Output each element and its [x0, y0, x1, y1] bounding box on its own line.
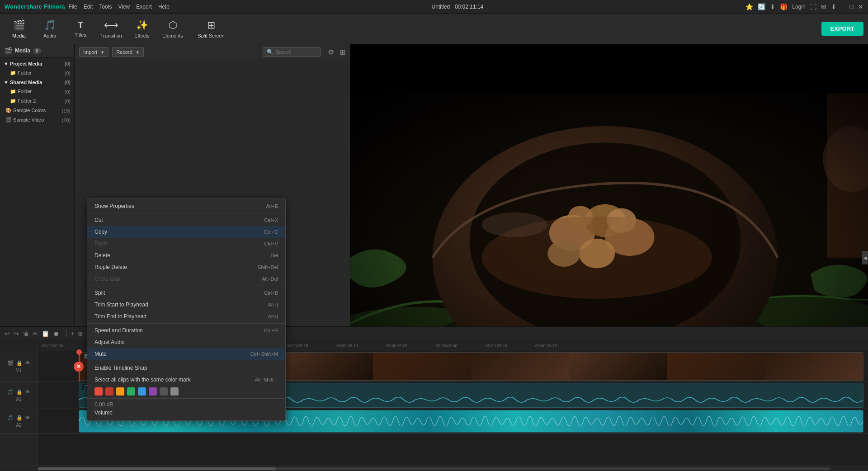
video-track-icons: 🎬 🔒 👁	[7, 360, 30, 366]
title-bar: Wondershare Filmora File Edit Tools View…	[0, 0, 868, 14]
menu-help[interactable]: Help	[158, 4, 170, 10]
toolbar-audio-label: Audio	[43, 33, 56, 38]
title-bar-left: Wondershare Filmora File Edit Tools View…	[5, 3, 170, 10]
main-layout: 🎬 Media 0 ▼ Project Media (0) 📁 Folder (…	[0, 44, 868, 471]
color-orange[interactable]	[116, 387, 124, 396]
toolbar-audio[interactable]: 🎵 Audio	[35, 15, 64, 42]
icon-sync: 🔄	[758, 3, 765, 10]
record-tl-button[interactable]: ⏺	[53, 330, 59, 337]
ctx-close-gap[interactable]: Close Gap Alt+Del	[87, 273, 285, 285]
login-button[interactable]: Login	[792, 4, 805, 10]
tree-shared-media[interactable]: ▼ Shared Media (0)	[0, 78, 74, 87]
toolbar-split-screen-label: Split Screen	[198, 33, 224, 38]
toolbar-titles[interactable]: T Titles	[66, 15, 95, 42]
playhead-marker[interactable]: ✕	[74, 362, 84, 372]
ctx-show-properties[interactable]: Show Properties Alt+E	[87, 200, 285, 212]
track-eye-icon[interactable]: 👁	[25, 360, 30, 366]
color-blue[interactable]	[138, 387, 146, 396]
ctx-delete[interactable]: Delete Del	[87, 250, 285, 261]
undo-button[interactable]: ↩	[5, 330, 10, 337]
icon-fullscreen[interactable]: ⛶	[810, 3, 816, 10]
filter-icon[interactable]: ⚙	[328, 48, 334, 57]
color-gray[interactable]	[170, 387, 179, 396]
icon-star: ⭐	[745, 3, 753, 10]
import-dropdown[interactable]: Import ▼	[79, 47, 108, 57]
tree-folder-1[interactable]: 📁 Folder (0)	[0, 68, 74, 78]
media-tab-header: 🎬 Media 0	[0, 44, 74, 57]
copy-tl-button[interactable]: 📋	[42, 330, 49, 337]
volume-label[interactable]: Volume	[87, 409, 285, 419]
ctx-copy[interactable]: Copy Ctrl+C	[87, 226, 285, 238]
tree-folder-2[interactable]: 📁 Folder (0)	[0, 87, 74, 96]
record-dropdown[interactable]: Record ▼	[112, 47, 143, 57]
audio-track-1-label: 🎵 🔒 👁 A1	[0, 382, 38, 409]
minimize-button[interactable]: ─	[841, 3, 845, 10]
ctx-split[interactable]: Split Ctrl+B	[87, 287, 285, 299]
search-input[interactable]	[276, 49, 316, 55]
menu-tools[interactable]: Tools	[99, 4, 112, 10]
icon-email[interactable]: ✉	[821, 3, 826, 10]
menu-edit[interactable]: Edit	[84, 4, 93, 10]
search-box: 🔍	[263, 47, 321, 57]
color-green[interactable]	[127, 387, 135, 396]
delete-button[interactable]: 🗑	[23, 330, 29, 337]
color-red[interactable]	[94, 387, 103, 396]
color-gray-dark[interactable]	[160, 387, 168, 396]
toolbar-split-screen[interactable]: ⊞ Split Screen	[197, 15, 226, 42]
ctx-paste[interactable]: Paste Ctrl+V	[87, 238, 285, 250]
ctx-trim-start[interactable]: Trim Start to Playhead Alt+[	[87, 299, 285, 311]
icon-download2[interactable]: ⬇	[831, 3, 836, 10]
menu-export[interactable]: Export	[136, 4, 152, 10]
tree-sample-colors[interactable]: 🎨 Sample Colors (15)	[0, 106, 74, 115]
toolbar: 🎬 Media 🎵 Audio T Titles ⟷ Transition ✨ …	[0, 14, 868, 44]
ctx-ripple-delete[interactable]: Ripple Delete Shift+Del	[87, 261, 285, 273]
cut-button[interactable]: ✂	[33, 330, 38, 337]
ctx-trim-end[interactable]: Trim End to Playhead Alt+]	[87, 311, 285, 322]
toolbar-elements-label: Elements	[162, 33, 183, 38]
timeline-scrollbar[interactable]	[0, 466, 868, 471]
ctx-enable-snap[interactable]: Enable Timeline Snap	[87, 362, 285, 374]
menu-file[interactable]: File	[68, 4, 77, 10]
toolbar-effects[interactable]: ✨ Effects	[127, 15, 156, 42]
export-button[interactable]: EXPORT	[821, 22, 863, 36]
ctx-sep-3	[87, 323, 285, 324]
split-screen-icon: ⊞	[207, 19, 215, 31]
toolbar-titles-label: Titles	[75, 32, 86, 38]
tree-project-media[interactable]: ▼ Project Media (0)	[0, 59, 74, 68]
add-track-button[interactable]: +	[71, 330, 74, 337]
track-video-icon: 🎬	[7, 360, 14, 366]
toolbar-media[interactable]: 🎬 Media	[5, 15, 33, 42]
grid-view-icon[interactable]: ⊞	[340, 48, 345, 57]
ctx-select-color[interactable]: Select all clips with the same color mar…	[87, 374, 285, 386]
ctx-speed-duration[interactable]: Speed and Duration Ctrl+R	[87, 325, 285, 336]
toolbar-elements[interactable]: ⬡ Elements	[158, 15, 187, 42]
color-marks	[87, 386, 285, 397]
ruler-time-10: 00:00:09:15	[535, 344, 557, 348]
track-music-2-icon: 🎵	[7, 415, 14, 421]
ctx-cut[interactable]: Cut Ctrl+X	[87, 214, 285, 226]
track-eye-2-icon[interactable]: 👁	[25, 389, 30, 395]
color-dark-red[interactable]	[105, 387, 113, 396]
track-eye-3-icon[interactable]: 👁	[25, 415, 30, 421]
close-button[interactable]: ✕	[858, 3, 863, 10]
tree-folder-3[interactable]: 📁 Folder 2 (0)	[0, 96, 74, 106]
menu-view[interactable]: View	[118, 4, 130, 10]
window-controls: ⭐ 🔄 ⬇ 🎁 Login ⛶ ✉ ⬇ ─ □ ✕	[745, 3, 863, 10]
track-lock-2-icon[interactable]: 🔒	[16, 389, 23, 395]
ruler-time-6: 00:00:06:10	[336, 344, 358, 348]
ctx-adjust-audio[interactable]: Adjust Audio	[87, 336, 285, 348]
audio-track-2-icons: 🎵 🔒 👁	[7, 415, 30, 421]
toolbar-transition[interactable]: ⟷ Transition	[97, 15, 126, 42]
track-lock-3-icon[interactable]: 🔒	[16, 415, 23, 421]
ctx-sep-5	[87, 398, 285, 399]
timeline-scrollbar-thumb[interactable]	[38, 467, 276, 470]
maximize-button[interactable]: □	[850, 3, 854, 10]
color-purple[interactable]	[149, 387, 157, 396]
track-lock-icon[interactable]: 🔒	[16, 360, 23, 366]
tree-sample-video[interactable]: 🎬 Sample Video (20)	[0, 115, 74, 125]
split-track-button[interactable]: ⊕	[78, 330, 83, 337]
track-music-icon: 🎵	[7, 389, 14, 395]
redo-button[interactable]: ↪	[14, 330, 19, 337]
ctx-mute[interactable]: Mute Ctrl+Shift+M	[87, 348, 285, 360]
toolbar-separator	[192, 20, 192, 38]
